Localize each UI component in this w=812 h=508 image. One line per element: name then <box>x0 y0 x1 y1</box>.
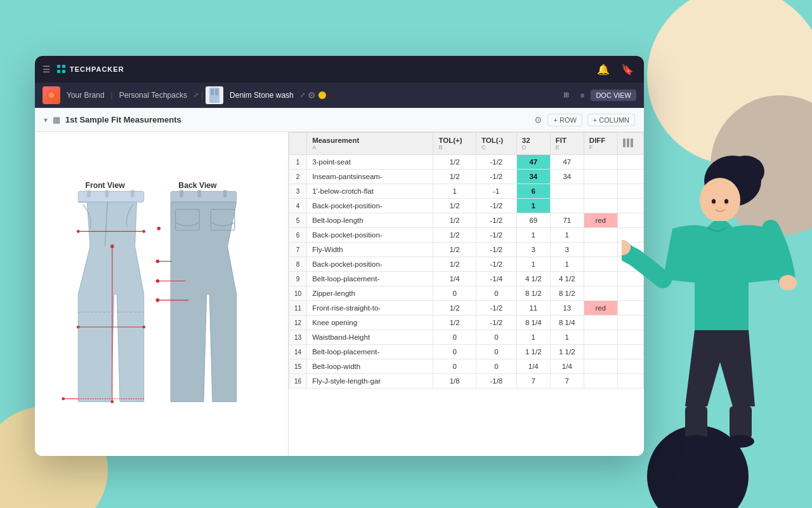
list-view-btn[interactable]: ≡ <box>575 90 589 101</box>
fit-cell[interactable]: 8 1/2 <box>550 286 584 301</box>
fit-cell[interactable] <box>550 199 584 213</box>
size32-cell[interactable]: 47 <box>516 155 550 170</box>
fit-cell[interactable]: 8 1/4 <box>550 316 584 330</box>
ext-link-icon-2[interactable]: ⤢ <box>300 91 305 98</box>
bell-icon[interactable]: 🔔 <box>594 61 612 78</box>
size32-cell[interactable]: 69 <box>516 213 550 228</box>
tol-plus-cell[interactable]: 1/2 <box>433 170 476 184</box>
tol-minus-cell[interactable]: 0 <box>476 359 516 374</box>
measurement-name[interactable]: 1'-below-crotch-flat <box>307 184 433 199</box>
tol-minus-cell[interactable]: 0 <box>476 286 516 301</box>
table-settings-icon[interactable]: ⚙ <box>534 115 542 125</box>
size32-cell[interactable]: 11 <box>516 301 550 316</box>
fit-cell[interactable]: 1 <box>550 228 584 243</box>
fit-cell[interactable] <box>550 184 584 199</box>
tol-plus-cell[interactable]: 0 <box>433 359 476 374</box>
diff-cell[interactable] <box>584 286 617 301</box>
tol-minus-cell[interactable]: -1/8 <box>476 374 516 389</box>
size32-cell[interactable]: 1 <box>516 228 550 243</box>
ext-link-icon-1[interactable]: ⤢ <box>193 91 199 98</box>
tol-plus-cell[interactable]: 1/2 <box>433 257 476 272</box>
diff-cell[interactable] <box>584 316 617 330</box>
size32-cell[interactable]: 3 <box>516 243 550 257</box>
size32-cell[interactable]: 34 <box>516 170 550 184</box>
diff-cell[interactable]: red <box>584 301 617 316</box>
col-diff-header[interactable]: DIFF F <box>584 133 617 155</box>
diff-cell[interactable] <box>584 272 617 286</box>
measurement-name[interactable]: Belt-loop-length <box>307 213 433 228</box>
diff-cell[interactable] <box>584 243 617 257</box>
size32-cell[interactable]: 1 <box>516 257 550 272</box>
tol-plus-cell[interactable]: 0 <box>433 345 476 359</box>
size32-cell[interactable]: 4 1/2 <box>516 272 550 286</box>
fit-cell[interactable]: 71 <box>550 213 584 228</box>
tol-minus-cell[interactable]: -1 <box>476 184 516 199</box>
tol-minus-cell[interactable]: -1/2 <box>476 243 516 257</box>
diff-cell[interactable] <box>584 359 617 374</box>
breadcrumb-product[interactable]: Denim Stone wash <box>226 90 298 101</box>
col-tol-minus-header[interactable]: TOL(-) C <box>476 133 516 155</box>
tol-plus-cell[interactable]: 1/2 <box>433 213 476 228</box>
tol-plus-cell[interactable]: 0 <box>433 286 476 301</box>
fit-cell[interactable]: 1 <box>550 330 584 345</box>
size32-cell[interactable]: 1/4 <box>516 359 550 374</box>
tol-minus-cell[interactable]: -1/2 <box>476 316 516 330</box>
diff-cell[interactable] <box>584 330 617 345</box>
tol-minus-cell[interactable]: -1/2 <box>476 155 516 170</box>
breadcrumb-brand[interactable]: Your Brand <box>63 90 108 101</box>
fit-cell[interactable]: 4 1/2 <box>550 272 584 286</box>
tol-minus-cell[interactable]: -1/2 <box>476 257 516 272</box>
col-measurement-header[interactable]: Measurement A <box>307 133 433 155</box>
fit-cell[interactable]: 1/4 <box>550 359 584 374</box>
measurement-name[interactable]: Back-pocket-position- <box>307 228 433 243</box>
tol-plus-cell[interactable]: 1/2 <box>433 243 476 257</box>
tol-minus-cell[interactable]: -1/2 <box>476 301 516 316</box>
fit-cell[interactable]: 13 <box>550 301 584 316</box>
diff-cell[interactable] <box>584 374 617 389</box>
tol-minus-cell[interactable]: -1/2 <box>476 199 516 213</box>
col-fit-header[interactable]: FIT E <box>550 133 584 155</box>
collapse-btn[interactable]: ▾ <box>44 116 48 124</box>
size32-cell[interactable]: 7 <box>516 374 550 389</box>
tol-plus-cell[interactable]: 1/4 <box>433 272 476 286</box>
fit-cell[interactable]: 1 1/2 <box>550 345 584 359</box>
bookmark-icon[interactable]: 🔖 <box>619 61 636 78</box>
fit-cell[interactable]: 47 <box>550 155 584 170</box>
measurement-name[interactable]: Waistband-Height <box>307 330 433 345</box>
col-32-header[interactable]: 32 D <box>516 133 550 155</box>
tol-plus-cell[interactable]: 1/2 <box>433 199 476 213</box>
measurement-name[interactable]: Inseam-pantsinseam- <box>307 170 433 184</box>
tol-plus-cell[interactable]: 1/8 <box>433 374 476 389</box>
diff-cell[interactable] <box>584 184 617 199</box>
tol-plus-cell[interactable]: 1/2 <box>433 228 476 243</box>
fit-cell[interactable]: 34 <box>550 170 584 184</box>
tol-minus-cell[interactable]: 0 <box>476 330 516 345</box>
diff-cell[interactable] <box>584 257 617 272</box>
grid-view-btn[interactable]: ⊞ <box>558 89 574 101</box>
measurement-name[interactable]: Fly-J-style-length-gar <box>307 374 433 389</box>
fit-cell[interactable]: 7 <box>550 374 584 389</box>
measurement-name[interactable]: Back-pocket-position- <box>307 257 433 272</box>
tol-plus-cell[interactable]: 1/2 <box>433 301 476 316</box>
tol-plus-cell[interactable]: 1/2 <box>433 316 476 330</box>
tol-minus-cell[interactable]: -1/2 <box>476 170 516 184</box>
measurement-name[interactable]: Fly-Width <box>307 243 433 257</box>
measurement-name[interactable]: Back-pocket-position- <box>307 199 433 213</box>
diff-cell[interactable] <box>584 170 617 184</box>
breadcrumb-settings-icon[interactable]: ⚙ <box>308 90 316 100</box>
diff-cell[interactable] <box>584 228 617 243</box>
measurement-name[interactable]: 3-point-seat <box>307 155 433 170</box>
diff-cell[interactable]: red <box>584 213 617 228</box>
size32-cell[interactable]: 1 1/2 <box>516 345 550 359</box>
fit-cell[interactable]: 3 <box>550 243 584 257</box>
size32-cell[interactable]: 1 <box>516 199 550 213</box>
tol-minus-cell[interactable]: -1/4 <box>476 272 516 286</box>
measurement-name[interactable]: Belt-loop-placement- <box>307 345 433 359</box>
tol-minus-cell[interactable]: -1/2 <box>476 228 516 243</box>
doc-view-btn[interactable]: DOC VIEW <box>591 90 636 101</box>
fit-cell[interactable]: 1 <box>550 257 584 272</box>
measurement-name[interactable]: Knee opening <box>307 316 433 330</box>
diff-cell[interactable] <box>584 345 617 359</box>
tol-minus-cell[interactable]: -1/2 <box>476 213 516 228</box>
tol-minus-cell[interactable]: 0 <box>476 345 516 359</box>
